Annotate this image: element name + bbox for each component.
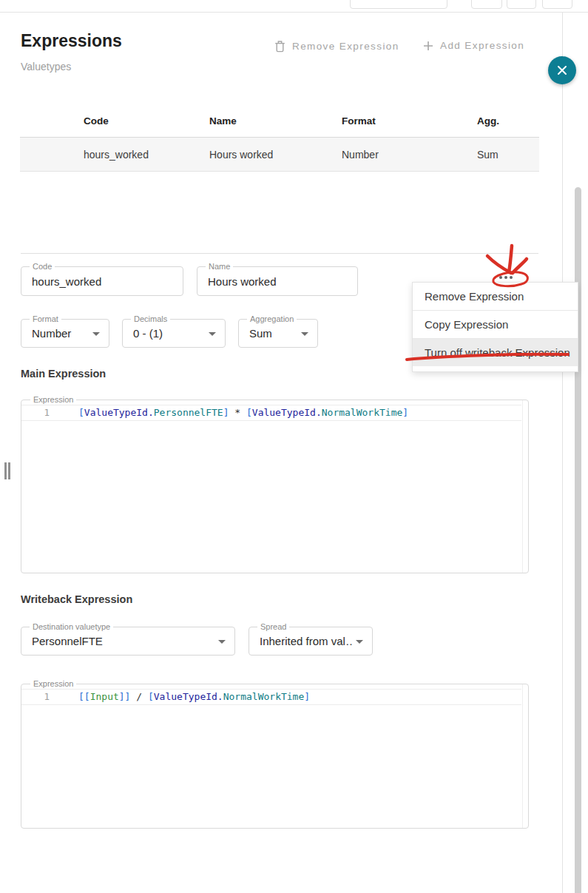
code-field-value: hours_worked: [32, 267, 175, 295]
remove-expression-button[interactable]: Remove Expression: [274, 40, 399, 53]
row-code: hours_worked: [84, 149, 149, 161]
spread-select-value: Inherited from val…: [260, 627, 353, 655]
row-name: Hours worked: [209, 149, 273, 161]
chevron-down-icon: [301, 332, 308, 336]
chevron-down-icon: [209, 332, 216, 336]
plus-icon: [423, 41, 433, 51]
chevron-down-icon: [92, 332, 100, 336]
main-expression-code: [ValueTypeId.PersonnelFTE] * [ValueTypeI…: [78, 405, 408, 420]
destination-valuetype-select[interactable]: Destination valuetype PersonnelFTE: [21, 627, 235, 656]
col-header-format: Format: [342, 115, 376, 127]
page-title: Expressions: [21, 31, 122, 51]
format-select[interactable]: Format Number: [21, 319, 109, 348]
close-button[interactable]: [548, 56, 576, 84]
annotation-arrow-stroke: [487, 256, 511, 273]
chevron-down-icon: [356, 640, 363, 644]
panel-border: [562, 13, 563, 893]
trash-icon: [274, 40, 285, 53]
aggregation-select[interactable]: Aggregation Sum: [238, 319, 318, 348]
writeback-expression-code: [[Input]] / [ValueTypeId.NormalWorkTime]: [78, 690, 310, 704]
context-menu: Remove Expression Copy Expression Turn o…: [412, 282, 578, 372]
main-expression-editor[interactable]: Expression 1 [ValueTypeId.PersonnelFTE] …: [21, 400, 529, 573]
row-agg: Sum: [477, 149, 499, 161]
writeback-expression-code-line[interactable]: 1 [[Input]] / [ValueTypeId.NormalWorkTim…: [21, 689, 521, 705]
table-row[interactable]: hours_worked Hours worked Number Sum: [20, 138, 539, 172]
writeback-expression-heading: Writeback Expression: [21, 593, 132, 605]
close-icon: [556, 64, 568, 76]
panel-resize-handle[interactable]: [4, 462, 12, 479]
editor-scroll-track: [522, 684, 523, 828]
remove-expression-label: Remove Expression: [292, 41, 399, 52]
menu-item-copy-expression[interactable]: Copy Expression: [413, 311, 578, 339]
col-header-agg: Agg.: [477, 115, 499, 127]
section-divider: [21, 253, 538, 254]
table-header: Code Name Format Agg.: [20, 104, 539, 138]
spread-select[interactable]: Spread Inherited from val…: [249, 627, 373, 656]
toolbar-button-partial-1[interactable]: [471, 0, 502, 9]
annotation-arrow-stroke: [509, 246, 512, 272]
writeback-expression-editor[interactable]: Expression 1 [[Input]] / [ValueTypeId.No…: [21, 684, 529, 829]
menu-spacer: [413, 366, 578, 371]
format-select-value: Number: [32, 320, 89, 347]
add-expression-button[interactable]: Add Expression: [423, 40, 524, 51]
line-number: 1: [21, 405, 50, 420]
expressions-panel: Expressions Valuetypes Remove Expression…: [0, 0, 588, 893]
line-number: 1: [21, 690, 50, 704]
main-expression-editor-label: Expression: [30, 395, 76, 404]
menu-item-turn-off-writeback[interactable]: Turn off writeback Expression: [413, 339, 578, 366]
toolbar-button-partial-2[interactable]: [507, 0, 536, 9]
code-field[interactable]: Code hours_worked: [21, 266, 183, 296]
editor-scroll-track: [522, 400, 523, 573]
destination-valuetype-value: PersonnelFTE: [32, 627, 215, 655]
add-expression-label: Add Expression: [440, 40, 524, 51]
name-field[interactable]: Name Hours worked: [197, 266, 358, 296]
writeback-expression-editor-label: Expression: [30, 679, 76, 688]
annotation-arrow-stroke: [513, 259, 527, 273]
page-subtitle: Valuetypes: [21, 61, 71, 73]
main-expression-code-line[interactable]: 1 [ValueTypeId.PersonnelFTE] * [ValueTyp…: [21, 405, 521, 421]
more-options-icon[interactable]: [499, 274, 517, 280]
top-divider: [0, 12, 588, 13]
decimals-select[interactable]: Decimals 0 - (1): [122, 319, 226, 348]
decimals-select-value: 0 - (1): [133, 320, 206, 347]
row-format: Number: [342, 149, 379, 161]
name-field-value: Hours worked: [208, 267, 350, 295]
toolbar-button-partial-3[interactable]: [542, 0, 572, 9]
menu-item-remove-expression[interactable]: Remove Expression: [413, 283, 578, 311]
chevron-down-icon: [218, 640, 226, 644]
aggregation-select-value: Sum: [249, 320, 298, 347]
col-header-code: Code: [84, 115, 109, 127]
col-header-name: Name: [209, 115, 237, 127]
main-expression-heading: Main Expression: [21, 368, 106, 380]
toolbar-field-partial[interactable]: [350, 0, 447, 9]
